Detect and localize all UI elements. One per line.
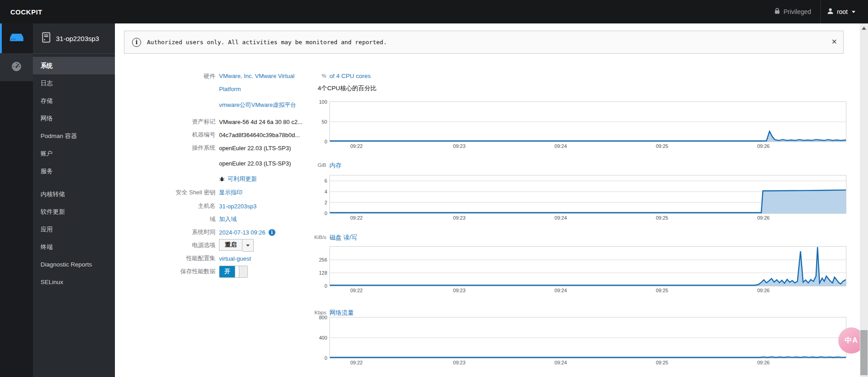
x-axis-tick: 09:24 xyxy=(554,360,567,365)
available-updates-link[interactable]: 可利用更新 xyxy=(228,175,257,183)
host-name: 31-op2203sp3 xyxy=(56,35,99,42)
hostname-label: 主机名 xyxy=(140,202,215,210)
disk-io-chart: KiB/s 磁盘 读/写 256128009:2209:2309:2409:25… xyxy=(329,246,845,286)
x-axis-tick: 09:26 xyxy=(757,215,770,221)
asset-tag-label: 资产标记 xyxy=(140,118,215,126)
server-icon xyxy=(9,32,24,45)
user-icon xyxy=(827,8,834,16)
system-time-label: 系统时间 xyxy=(140,228,215,236)
x-axis-tick: 09:26 xyxy=(757,360,770,365)
os-value: openEuler 22.03 (LTS-SP3) xyxy=(219,145,291,152)
toggle-handle xyxy=(235,266,239,277)
y-axis-tick: 256 xyxy=(319,257,327,262)
sidebar-item-diagnostics[interactable]: Diagnostic Reports xyxy=(33,256,115,273)
x-axis-tick: 09:25 xyxy=(656,143,668,149)
bug-icon xyxy=(219,176,225,182)
performance-profile-link[interactable]: virtual-guest xyxy=(219,255,251,262)
memory-chart-title-link[interactable]: 内存 xyxy=(329,162,342,169)
x-axis-tick: 09:23 xyxy=(453,215,466,221)
x-axis-tick: 09:22 xyxy=(350,143,363,149)
y-axis-tick: 400 xyxy=(319,335,327,340)
network-traffic-chart: Kbps 网络流量 800400009:2209:2309:2409:2509:… xyxy=(329,317,845,359)
host-icon xyxy=(42,32,50,45)
hardware-link[interactable]: VMware, Inc. VMware Virtual Platform xyxy=(219,69,305,96)
sidebar-item-podman[interactable]: Podman 容器 xyxy=(33,127,115,145)
show-fingerprints-link[interactable]: 显示指印 xyxy=(219,188,242,197)
cockpit-screen: COCKPIT Privileged root 31-op2203sp3 xyxy=(0,0,868,377)
store-metrics-toggle[interactable]: 开 xyxy=(219,266,248,278)
y-axis-tick: 2 xyxy=(324,200,327,205)
privileged-indicator[interactable]: Privileged xyxy=(765,0,820,23)
y-axis-tick: 0 xyxy=(324,283,327,289)
network-chart-title-link[interactable]: 网络流量 xyxy=(329,309,354,316)
close-icon[interactable]: × xyxy=(831,36,837,47)
vertical-scrollbar[interactable] xyxy=(860,23,868,377)
sidebar-item-services[interactable]: 服务 xyxy=(33,162,115,180)
power-dropdown-caret[interactable] xyxy=(242,239,254,252)
host-selector[interactable]: 31-op2203sp3 xyxy=(33,23,115,54)
x-axis-tick: 09:25 xyxy=(656,288,668,293)
motd-banner: i Authorized users only. All activities … xyxy=(124,31,844,54)
hardware-link-cn[interactable]: vmware公司VMware虚拟平台 xyxy=(219,98,305,111)
memory-plot: 642009:2209:2309:2409:2509:26 xyxy=(329,175,846,214)
y-axis-tick: 0 xyxy=(324,139,327,144)
scrollbar-thumb[interactable] xyxy=(860,330,868,375)
info-icon: i xyxy=(132,38,141,47)
rail-dashboard-button[interactable] xyxy=(0,53,33,81)
scroll-up-arrow-icon[interactable] xyxy=(862,27,866,30)
sidebar-item-selinux[interactable]: SELinux xyxy=(33,273,115,291)
machine-id-label: 机器编号 xyxy=(140,131,215,139)
user-name: root xyxy=(837,8,848,15)
disk-chart-title-link[interactable]: 磁盘 读/写 xyxy=(329,234,357,241)
rail-host-button[interactable] xyxy=(0,23,33,53)
sidebar-item-accounts[interactable]: 账户 xyxy=(33,145,115,162)
sidebar-section-gap xyxy=(33,180,115,185)
cockpit-logo: COCKPIT xyxy=(0,8,42,16)
x-axis-tick: 09:25 xyxy=(656,215,668,221)
x-axis-tick: 09:26 xyxy=(757,288,770,293)
gauge-icon xyxy=(11,61,22,74)
cpu-unit-label: % xyxy=(322,73,326,78)
memory-usage-chart: GiB 内存 642009:2209:2309:2409:2509:26 xyxy=(329,175,845,214)
chevron-down-icon xyxy=(852,11,855,13)
sidebar-item-network[interactable]: 网络 xyxy=(33,110,115,127)
motd-text: Authorized users only. All activities ma… xyxy=(147,39,387,46)
domain-label: 域 xyxy=(140,215,215,223)
sidebar-menu: 系统 日志 存储 网络 Podman 容器 账户 服务 内核转储 软件更新 应用… xyxy=(33,54,115,291)
sidebar-item-terminal[interactable]: 终端 xyxy=(33,238,115,256)
restart-button[interactable]: 重启 xyxy=(219,239,242,251)
x-axis-tick: 09:22 xyxy=(350,215,363,221)
x-axis-tick: 09:26 xyxy=(757,143,770,149)
network-plot: 800400009:2209:2309:2409:2509:26 xyxy=(329,317,846,359)
asset-tag-value: VMware-56 4d 24 6a 30 80 c2... xyxy=(219,119,302,125)
lock-icon xyxy=(774,8,780,16)
sidebar-item-storage[interactable]: 存储 xyxy=(33,92,115,110)
caret-icon xyxy=(246,244,250,247)
cpu-chart-title-link[interactable]: of 4 CPU cores xyxy=(329,73,371,79)
hostname-link[interactable]: 31-op2203sp3 xyxy=(219,203,256,210)
system-time-link[interactable]: 2024-07-13 09:26 xyxy=(219,229,265,236)
masthead-right: Privileged root xyxy=(765,0,868,23)
x-axis-tick: 09:22 xyxy=(350,288,363,293)
x-axis-tick: 09:22 xyxy=(350,360,363,365)
hardware-label: 硬件 xyxy=(140,69,215,111)
nav-rail xyxy=(0,23,33,377)
join-domain-link[interactable]: 加入域 xyxy=(219,215,237,223)
x-axis-tick: 09:24 xyxy=(554,288,567,293)
os-label: 操作系统 xyxy=(140,144,215,152)
power-options-label: 电源选项 xyxy=(140,241,215,249)
os-value-2: openEuler 22.03 (LTS-SP3) xyxy=(219,160,291,167)
performance-profile-label: 性能配置集 xyxy=(140,254,215,262)
ssh-keys-label: 安全 Shell 密钥 xyxy=(140,188,215,197)
y-axis-tick: 4 xyxy=(324,189,327,194)
sidebar-item-logs[interactable]: 日志 xyxy=(33,74,115,92)
sidebar-item-system[interactable]: 系统 xyxy=(33,57,115,74)
privileged-label: Privileged xyxy=(783,8,811,15)
sidebar-item-applications[interactable]: 应用 xyxy=(33,221,115,238)
time-info-icon[interactable]: i xyxy=(269,229,275,236)
user-menu[interactable]: root xyxy=(821,0,862,23)
toggle-on-label: 开 xyxy=(219,266,235,277)
sidebar-item-kdump[interactable]: 内核转储 xyxy=(33,185,115,203)
y-axis-tick: 800 xyxy=(319,315,327,320)
sidebar-item-updates[interactable]: 软件更新 xyxy=(33,203,115,221)
